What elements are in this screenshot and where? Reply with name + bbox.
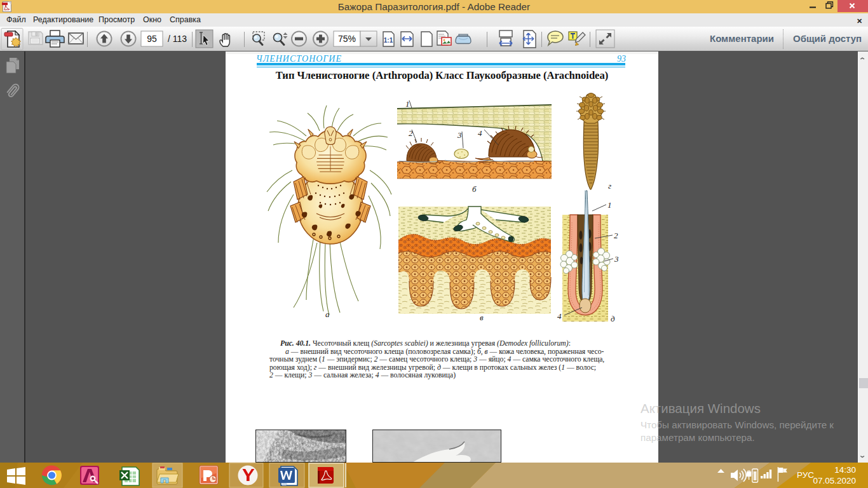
svg-text:г: г bbox=[608, 181, 611, 191]
svg-text:2: 2 bbox=[409, 128, 413, 138]
svg-text:75%: 75% bbox=[338, 34, 356, 44]
svg-text:4: 4 bbox=[478, 128, 482, 138]
svg-text:3: 3 bbox=[614, 254, 619, 264]
svg-text:б: б bbox=[472, 184, 477, 194]
svg-text:1: 1 bbox=[607, 200, 612, 210]
svg-text:4: 4 bbox=[557, 311, 562, 321]
svg-text:2: 2 bbox=[614, 231, 618, 240]
svg-text:в: в bbox=[480, 313, 484, 322]
svg-text:1:1: 1:1 bbox=[384, 37, 393, 44]
svg-text:д: д bbox=[611, 314, 615, 323]
svg-text:3: 3 bbox=[457, 130, 462, 140]
svg-text:/ 113: / 113 bbox=[168, 34, 187, 44]
svg-text:95: 95 bbox=[147, 34, 157, 44]
svg-text:1: 1 bbox=[405, 99, 410, 109]
svg-text:а: а bbox=[325, 309, 330, 319]
